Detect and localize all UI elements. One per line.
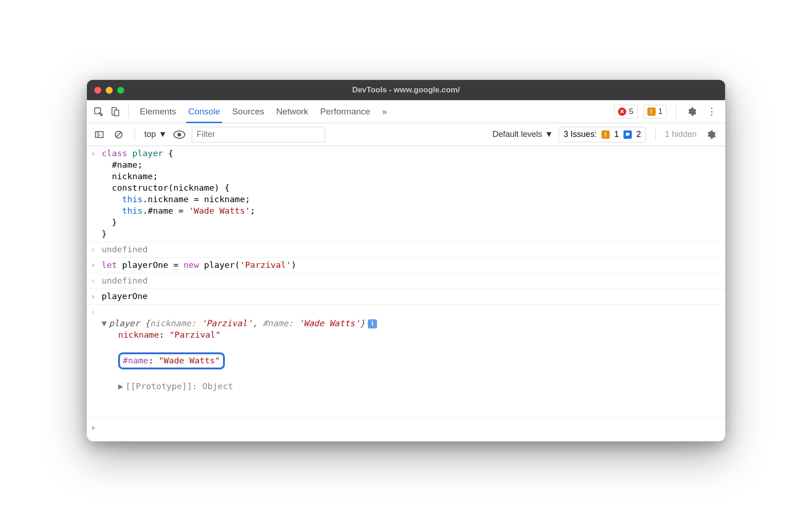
traffic-lights (94, 87, 124, 94)
warnings-badge[interactable]: ! 1 (643, 105, 667, 119)
tab-sources[interactable]: Sources (228, 100, 269, 123)
devtools-window: DevTools - www.google.com/ Elements Cons… (86, 79, 726, 441)
tab-performance[interactable]: Performance (315, 100, 375, 123)
issues-label: 3 Issues: (564, 130, 597, 139)
output-value: undefined (102, 244, 720, 255)
error-icon: ✕ (618, 108, 626, 116)
output-value: undefined (102, 275, 720, 287)
device-toggle-icon[interactable] (108, 105, 122, 119)
chevron-down-icon: ▼ (545, 130, 553, 139)
code-content: playerOne (102, 291, 720, 302)
prompt-input[interactable] (102, 422, 720, 434)
settings-gear-icon[interactable] (683, 107, 700, 117)
console-body: › class player { #name; nickname; constr… (87, 146, 725, 441)
hidden-count: 1 hidden (665, 130, 697, 139)
output-arrow-icon: ‹ (91, 306, 102, 415)
object-prototype[interactable]: ▶[[Prototype]]: Object (102, 381, 720, 392)
issues-msg-count: 2 (636, 130, 641, 139)
log-levels-selector[interactable]: Default levels ▼ (492, 130, 553, 139)
expand-toggle-icon[interactable]: ▶ (118, 381, 126, 392)
context-selector[interactable]: top ▼ (144, 130, 167, 139)
prompt-arrow-icon: › (91, 422, 102, 434)
divider (128, 105, 129, 118)
tab-network[interactable]: Network (272, 100, 313, 123)
issues-warn-count: 1 (614, 130, 619, 139)
console-settings-gear-icon[interactable] (702, 130, 720, 140)
console-input-row[interactable]: › playerOne (87, 289, 725, 305)
tab-console[interactable]: Console (183, 100, 225, 123)
console-sidebar-toggle-icon[interactable] (92, 128, 106, 142)
console-output-row: ‹ undefined (87, 242, 725, 258)
console-output-row: ‹ ▼player {nickname: 'Parzival', #name: … (87, 305, 725, 417)
code-content: let playerOne = new player('Parzival') (102, 260, 720, 271)
output-arrow-icon: ‹ (91, 244, 102, 255)
more-tabs-button[interactable]: » (377, 100, 392, 123)
warning-icon: ! (647, 108, 656, 116)
divider (655, 128, 656, 141)
live-expression-icon[interactable] (172, 128, 186, 142)
object-property[interactable]: nickname: "Parzival" (102, 329, 720, 341)
tab-elements[interactable]: Elements (135, 100, 181, 123)
input-arrow-icon: › (91, 291, 102, 302)
kebab-menu-icon[interactable]: ⋮ (703, 106, 721, 118)
console-input-row[interactable]: › let playerOne = new player('Parzival') (87, 258, 725, 273)
maximize-window-button[interactable] (117, 87, 124, 94)
warning-icon: ! (601, 130, 610, 139)
issues-badge[interactable]: 3 Issues: ! 1 2 (559, 127, 646, 142)
divider (676, 105, 676, 118)
warning-count: 1 (658, 107, 663, 116)
expand-toggle-icon[interactable]: ▼ (102, 318, 109, 329)
console-toolbar: top ▼ Default levels ▼ 3 Issues: ! 1 2 1… (87, 123, 725, 146)
console-prompt[interactable]: › (87, 417, 725, 441)
console-input-row[interactable]: › class player { #name; nickname; constr… (87, 146, 725, 242)
chevron-down-icon: ▼ (159, 130, 167, 139)
divider (135, 128, 135, 141)
errors-badge[interactable]: ✕ 5 (614, 105, 637, 119)
close-window-button[interactable] (94, 87, 101, 94)
code-content: class player { #name; nickname; construc… (102, 148, 720, 240)
main-tabs: Elements Console Sources Network Perform… (87, 100, 725, 123)
window-title: DevTools - www.google.com/ (87, 85, 725, 95)
input-arrow-icon: › (91, 148, 102, 240)
object-output[interactable]: ▼player {nickname: 'Parzival', #name: 'W… (102, 306, 720, 415)
console-output-row: ‹ undefined (87, 273, 725, 289)
filter-input[interactable] (192, 127, 325, 142)
info-icon[interactable]: i (368, 319, 377, 328)
clear-console-icon[interactable] (112, 128, 126, 142)
svg-rect-2 (114, 110, 119, 116)
inspect-element-icon[interactable] (91, 105, 105, 119)
error-count: 5 (629, 107, 633, 116)
message-icon (623, 130, 632, 139)
object-property-private[interactable]: #name: "Wade Watts" (102, 352, 720, 369)
context-label: top (144, 130, 156, 139)
input-arrow-icon: › (91, 260, 102, 271)
levels-label: Default levels (492, 130, 542, 139)
output-arrow-icon: ‹ (91, 275, 102, 287)
titlebar: DevTools - www.google.com/ (87, 80, 725, 100)
svg-point-6 (177, 133, 181, 136)
minimize-window-button[interactable] (106, 87, 113, 94)
